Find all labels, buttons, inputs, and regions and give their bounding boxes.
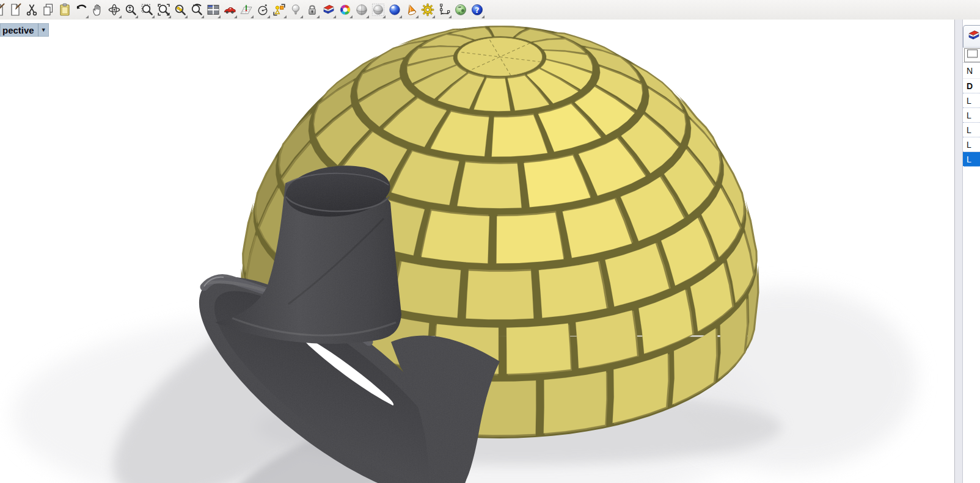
toolbar-button-copy[interactable] <box>40 1 56 19</box>
toolbar-button-undo[interactable] <box>73 1 89 19</box>
layer-name: L <box>967 140 971 150</box>
copy-icon <box>41 2 56 17</box>
flyout-indicator <box>415 15 419 18</box>
flyout-indicator <box>119 15 122 18</box>
toolbar-button-shaded-view[interactable] <box>353 1 370 19</box>
toolbar-button-paste[interactable] <box>56 1 73 19</box>
layers-panel-tab[interactable] <box>963 25 980 48</box>
layers-list: DLLLLL <box>963 79 980 167</box>
flyout-indicator <box>267 15 270 18</box>
toolbar-button-layers[interactable] <box>320 1 337 19</box>
toolbar-button-cone[interactable] <box>403 1 419 19</box>
flyout-indicator <box>432 15 435 18</box>
main-toolbar: ? <box>0 0 980 20</box>
column-header-label: N <box>967 66 973 76</box>
toolbar-button-zoom-selected[interactable] <box>172 1 188 19</box>
paste-icon <box>57 2 72 17</box>
flyout-indicator <box>349 15 353 18</box>
toolbar-button-selection-filter[interactable] <box>271 1 287 19</box>
cut-icon <box>24 2 39 17</box>
layer-row[interactable]: L <box>963 108 980 123</box>
toolbar-button-zoom-previous[interactable] <box>188 1 205 19</box>
application-window: ? pective ▼ <box>0 0 980 483</box>
toolbar-button-zoom-window[interactable] <box>139 1 155 19</box>
flyout-indicator <box>250 15 254 18</box>
new-layer-icon <box>967 49 979 61</box>
toolbar-button-car[interactable] <box>221 1 238 19</box>
layer-row[interactable]: L <box>963 137 980 152</box>
toolbar-button-help[interactable]: ? <box>469 1 485 19</box>
svg-text:?: ? <box>475 5 479 15</box>
flyout-indicator <box>366 15 369 18</box>
layer-name: D <box>967 81 973 91</box>
toolbar-button-circle[interactable] <box>254 1 271 19</box>
flyout-indicator <box>218 15 221 18</box>
layer-row[interactable]: D <box>963 79 980 93</box>
flyout-indicator <box>201 15 204 18</box>
layer-row[interactable]: L <box>963 93 980 108</box>
layer-name: L <box>967 96 971 106</box>
layer-row[interactable]: L <box>963 152 980 167</box>
toolbar-button-color-wheel[interactable] <box>337 1 353 19</box>
flyout-indicator <box>135 15 138 18</box>
flyout-indicator <box>185 15 188 18</box>
flyout-indicator <box>399 15 402 18</box>
export-document-icon <box>8 2 23 17</box>
toolbar-button-globe[interactable] <box>452 1 469 19</box>
new-layer-button[interactable] <box>964 48 980 62</box>
viewport-title[interactable]: pective <box>0 25 38 35</box>
flyout-indicator <box>86 15 89 18</box>
layer-name: L <box>967 125 971 135</box>
layers-panel: N DLLLLL <box>963 20 980 483</box>
toolbar-button-pan[interactable] <box>89 1 106 19</box>
layer-name: L <box>967 154 971 164</box>
flyout-indicator <box>300 15 303 18</box>
toolbar-button-settings-gear[interactable] <box>419 1 436 19</box>
toolbar-button-export-document[interactable] <box>7 1 23 19</box>
layer-name: L <box>967 111 971 120</box>
toolbar-button-dimension[interactable] <box>436 1 452 19</box>
flyout-indicator <box>382 15 386 18</box>
layers-column-header: N <box>963 63 980 79</box>
layer-row[interactable]: L <box>963 123 980 137</box>
partial-document-icon <box>0 2 6 17</box>
flyout-indicator <box>316 15 320 18</box>
toolbar-button-ghosted-view[interactable] <box>370 1 386 19</box>
panel-splitter[interactable] <box>955 20 963 483</box>
toolbar-button-zoom-dynamic[interactable] <box>122 1 139 19</box>
flyout-indicator <box>283 15 287 18</box>
toolbar-button-rotate-view[interactable] <box>106 1 122 19</box>
perspective-viewport[interactable]: pective ▼ <box>0 20 955 483</box>
layers-panel-toolbar <box>963 48 980 63</box>
flyout-indicator <box>152 15 155 18</box>
toolbar-button-hide-show[interactable] <box>287 1 304 19</box>
toolbar-button-lock[interactable] <box>304 1 320 19</box>
flyout-indicator <box>234 15 237 18</box>
globe-icon <box>453 2 468 17</box>
toolbar-button-zoom-extents[interactable] <box>155 1 172 19</box>
flyout-indicator <box>168 15 171 18</box>
viewport-menu-button[interactable]: ▼ <box>38 23 49 37</box>
flyout-indicator <box>448 15 452 18</box>
layers-icon <box>965 28 980 45</box>
toolbar-button-rendered-view[interactable] <box>386 1 403 19</box>
toolbar-button-viewport-layout[interactable] <box>205 1 221 19</box>
chevron-down-icon: ▼ <box>41 27 46 33</box>
toolbar-button-cplane[interactable] <box>238 1 254 19</box>
toolbar-button-partial-document[interactable] <box>0 1 7 19</box>
flyout-indicator <box>333 15 336 18</box>
viewport-3d-scene[interactable] <box>0 20 954 483</box>
toolbar-button-cut[interactable] <box>23 1 40 19</box>
flyout-indicator <box>481 15 485 18</box>
pan-icon <box>90 2 105 17</box>
viewport-title-tab[interactable]: pective ▼ <box>0 23 49 37</box>
